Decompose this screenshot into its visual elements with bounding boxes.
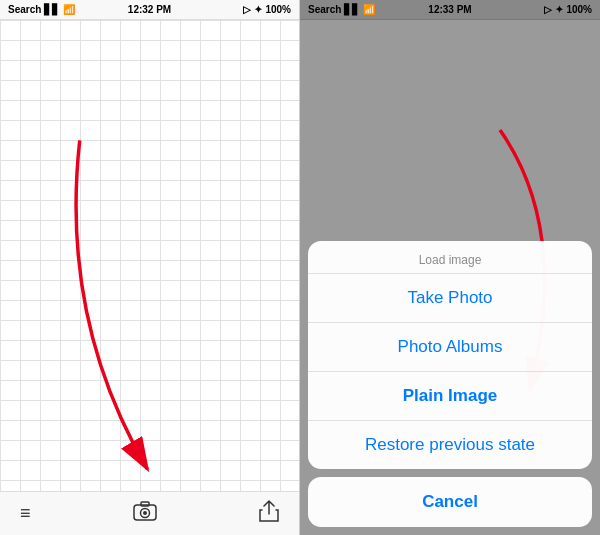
direction-icon: ▷ (243, 4, 251, 15)
take-photo-option[interactable]: Take Photo (308, 274, 592, 323)
plain-image-option[interactable]: Plain Image (308, 372, 592, 421)
action-sheet-title: Load image (308, 241, 592, 274)
right-battery-label: 100% (566, 4, 592, 15)
left-time: 12:32 PM (128, 4, 171, 15)
bottom-toolbar: ≡ (0, 491, 299, 535)
right-time: 12:33 PM (428, 4, 471, 15)
menu-icon[interactable]: ≡ (20, 503, 31, 524)
left-panel: Search ▋▋ 📶 12:32 PM ▷ ✦ 100% ≡ (0, 0, 300, 535)
left-status-right: ▷ ✦ 100% (243, 4, 291, 15)
right-bluetooth-icon: ✦ (555, 4, 563, 15)
right-panel: Search ▋▋ 📶 12:33 PM ▷ ✦ 100% Load image… (300, 0, 600, 535)
right-signal-icon: ▋▋ (344, 4, 360, 15)
left-status-bar: Search ▋▋ 📶 12:32 PM ▷ ✦ 100% (0, 0, 299, 20)
restore-state-option[interactable]: Restore previous state (308, 421, 592, 469)
photo-albums-option[interactable]: Photo Albums (308, 323, 592, 372)
share-icon[interactable] (259, 500, 279, 527)
left-status-left: Search ▋▋ 📶 (8, 4, 75, 15)
svg-rect-3 (141, 502, 149, 506)
svg-point-4 (143, 511, 147, 515)
camera-icon[interactable] (133, 501, 157, 526)
search-label: Search (8, 4, 41, 15)
battery-label: 100% (265, 4, 291, 15)
right-search-label: Search (308, 4, 341, 15)
right-status-right: ▷ ✦ 100% (544, 4, 592, 15)
action-sheet-container: Load image Take Photo Photo Albums Plain… (300, 233, 600, 535)
wifi-icon: 📶 (63, 4, 75, 15)
right-status-bar: Search ▋▋ 📶 12:33 PM ▷ ✦ 100% (300, 0, 600, 20)
action-sheet: Load image Take Photo Photo Albums Plain… (308, 241, 592, 469)
right-wifi-icon: 📶 (363, 4, 375, 15)
canvas-grid (0, 20, 299, 491)
cancel-button[interactable]: Cancel (308, 477, 592, 527)
bluetooth-icon: ✦ (254, 4, 262, 15)
right-direction-icon: ▷ (544, 4, 552, 15)
signal-icon: ▋▋ (44, 4, 60, 15)
right-status-left: Search ▋▋ 📶 (308, 4, 375, 15)
